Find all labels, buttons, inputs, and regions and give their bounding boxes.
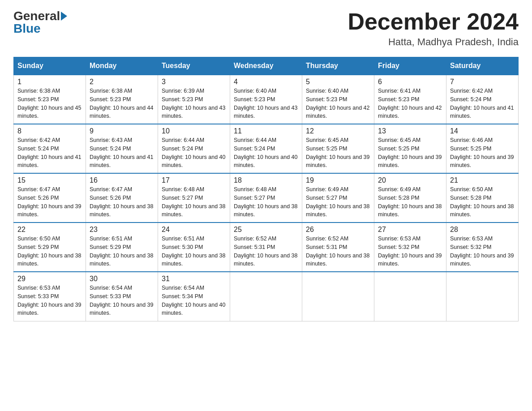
day-header-tuesday: Tuesday [158, 57, 230, 75]
day-number: 4 [234, 78, 298, 86]
title-area: December 2024 Hatta, Madhya Pradesh, Ind… [348, 9, 519, 48]
calendar-cell: 8 Sunrise: 6:42 AMSunset: 5:24 PMDayligh… [14, 124, 86, 173]
day-number: 1 [17, 78, 82, 86]
day-number: 18 [234, 176, 298, 184]
calendar-cell: 10 Sunrise: 6:44 AMSunset: 5:24 PMDaylig… [158, 124, 230, 173]
calendar-cell: 12 Sunrise: 6:45 AMSunset: 5:25 PMDaylig… [302, 124, 374, 173]
day-header-thursday: Thursday [302, 57, 374, 75]
page-header: General Blue December 2024 Hatta, Madhya… [13, 9, 519, 48]
calendar-cell: 24 Sunrise: 6:51 AMSunset: 5:30 PMDaylig… [158, 223, 230, 272]
day-info: Sunrise: 6:44 AMSunset: 5:24 PMDaylight:… [234, 137, 297, 168]
day-info: Sunrise: 6:49 AMSunset: 5:27 PMDaylight:… [306, 186, 369, 218]
day-number: 23 [90, 226, 154, 234]
logo-arrow-icon [61, 12, 67, 21]
day-info: Sunrise: 6:48 AMSunset: 5:27 PMDaylight:… [234, 186, 297, 218]
day-number: 2 [90, 78, 154, 86]
calendar-cell: 5 Sunrise: 6:40 AMSunset: 5:23 PMDayligh… [302, 75, 374, 124]
calendar-week-5: 29 Sunrise: 6:53 AMSunset: 5:33 PMDaylig… [14, 272, 519, 321]
day-info: Sunrise: 6:49 AMSunset: 5:28 PMDaylight:… [378, 186, 442, 218]
day-info: Sunrise: 6:41 AMSunset: 5:23 PMDaylight:… [378, 88, 442, 119]
day-info: Sunrise: 6:50 AMSunset: 5:29 PMDaylight:… [17, 235, 81, 267]
day-header-friday: Friday [374, 57, 446, 75]
day-info: Sunrise: 6:47 AMSunset: 5:26 PMDaylight:… [17, 186, 81, 218]
calendar-cell: 1 Sunrise: 6:38 AMSunset: 5:23 PMDayligh… [14, 75, 86, 124]
day-info: Sunrise: 6:51 AMSunset: 5:29 PMDaylight:… [90, 235, 153, 267]
day-info: Sunrise: 6:47 AMSunset: 5:26 PMDaylight:… [90, 186, 153, 218]
day-number: 20 [378, 176, 442, 184]
calendar-cell: 31 Sunrise: 6:54 AMSunset: 5:34 PMDaylig… [158, 272, 230, 321]
calendar-cell [374, 272, 446, 321]
calendar-cell: 29 Sunrise: 6:53 AMSunset: 5:33 PMDaylig… [14, 272, 86, 321]
calendar-cell: 11 Sunrise: 6:44 AMSunset: 5:24 PMDaylig… [230, 124, 302, 173]
calendar-cell: 2 Sunrise: 6:38 AMSunset: 5:23 PMDayligh… [86, 75, 158, 124]
calendar-cell: 3 Sunrise: 6:39 AMSunset: 5:23 PMDayligh… [158, 75, 230, 124]
calendar-cell: 7 Sunrise: 6:42 AMSunset: 5:24 PMDayligh… [446, 75, 519, 124]
calendar-cell: 25 Sunrise: 6:52 AMSunset: 5:31 PMDaylig… [230, 223, 302, 272]
day-number: 13 [378, 127, 442, 135]
day-number: 5 [306, 78, 370, 86]
day-info: Sunrise: 6:42 AMSunset: 5:24 PMDaylight:… [17, 137, 81, 168]
day-number: 7 [450, 78, 515, 86]
day-info: Sunrise: 6:52 AMSunset: 5:31 PMDaylight:… [306, 235, 369, 267]
calendar-cell: 15 Sunrise: 6:47 AMSunset: 5:26 PMDaylig… [14, 173, 86, 223]
day-info: Sunrise: 6:52 AMSunset: 5:31 PMDaylight:… [234, 235, 297, 267]
day-info: Sunrise: 6:54 AMSunset: 5:33 PMDaylight:… [90, 285, 153, 316]
day-number: 8 [17, 127, 82, 135]
calendar-cell: 14 Sunrise: 6:46 AMSunset: 5:25 PMDaylig… [446, 124, 519, 173]
day-number: 11 [234, 127, 298, 135]
day-info: Sunrise: 6:40 AMSunset: 5:23 PMDaylight:… [306, 88, 369, 119]
day-number: 26 [306, 226, 370, 234]
day-number: 12 [306, 127, 370, 135]
calendar-cell: 4 Sunrise: 6:40 AMSunset: 5:23 PMDayligh… [230, 75, 302, 124]
day-number: 16 [90, 176, 154, 184]
day-info: Sunrise: 6:42 AMSunset: 5:24 PMDaylight:… [450, 88, 514, 119]
calendar-cell [446, 272, 519, 321]
day-header-monday: Monday [86, 57, 158, 75]
calendar-cell: 23 Sunrise: 6:51 AMSunset: 5:29 PMDaylig… [86, 223, 158, 272]
calendar-cell: 26 Sunrise: 6:52 AMSunset: 5:31 PMDaylig… [302, 223, 374, 272]
day-info: Sunrise: 6:45 AMSunset: 5:25 PMDaylight:… [306, 137, 369, 168]
day-info: Sunrise: 6:45 AMSunset: 5:25 PMDaylight:… [378, 137, 442, 168]
calendar-cell: 22 Sunrise: 6:50 AMSunset: 5:29 PMDaylig… [14, 223, 86, 272]
calendar-cell: 19 Sunrise: 6:49 AMSunset: 5:27 PMDaylig… [302, 173, 374, 223]
day-number: 29 [17, 275, 82, 283]
day-info: Sunrise: 6:38 AMSunset: 5:23 PMDaylight:… [90, 88, 153, 119]
logo-blue-text: Blue [13, 21, 41, 36]
day-info: Sunrise: 6:53 AMSunset: 5:32 PMDaylight:… [378, 235, 442, 267]
day-number: 15 [17, 176, 82, 184]
calendar-cell: 28 Sunrise: 6:53 AMSunset: 5:32 PMDaylig… [446, 223, 519, 272]
day-number: 28 [450, 226, 515, 234]
day-info: Sunrise: 6:38 AMSunset: 5:23 PMDaylight:… [17, 88, 81, 119]
logo: General Blue [13, 9, 68, 36]
day-info: Sunrise: 6:43 AMSunset: 5:24 PMDaylight:… [90, 137, 153, 168]
calendar-table: SundayMondayTuesdayWednesdayThursdayFrid… [13, 57, 519, 321]
day-header-wednesday: Wednesday [230, 57, 302, 75]
day-number: 21 [450, 176, 515, 184]
day-info: Sunrise: 6:48 AMSunset: 5:27 PMDaylight:… [162, 186, 225, 218]
calendar-week-2: 8 Sunrise: 6:42 AMSunset: 5:24 PMDayligh… [14, 124, 519, 173]
day-number: 6 [378, 78, 442, 86]
calendar-header-row: SundayMondayTuesdayWednesdayThursdayFrid… [14, 57, 519, 75]
day-number: 3 [162, 78, 226, 86]
calendar-cell: 21 Sunrise: 6:50 AMSunset: 5:28 PMDaylig… [446, 173, 519, 223]
calendar-cell: 17 Sunrise: 6:48 AMSunset: 5:27 PMDaylig… [158, 173, 230, 223]
day-info: Sunrise: 6:39 AMSunset: 5:23 PMDaylight:… [162, 88, 225, 119]
calendar-cell: 6 Sunrise: 6:41 AMSunset: 5:23 PMDayligh… [374, 75, 446, 124]
calendar-week-3: 15 Sunrise: 6:47 AMSunset: 5:26 PMDaylig… [14, 173, 519, 223]
calendar-cell: 13 Sunrise: 6:45 AMSunset: 5:25 PMDaylig… [374, 124, 446, 173]
day-info: Sunrise: 6:44 AMSunset: 5:24 PMDaylight:… [162, 137, 225, 168]
day-info: Sunrise: 6:53 AMSunset: 5:33 PMDaylight:… [17, 285, 81, 316]
calendar-cell [230, 272, 302, 321]
calendar-cell: 20 Sunrise: 6:49 AMSunset: 5:28 PMDaylig… [374, 173, 446, 223]
day-info: Sunrise: 6:40 AMSunset: 5:23 PMDaylight:… [234, 88, 297, 119]
month-title: December 2024 [348, 9, 519, 34]
day-number: 27 [378, 226, 442, 234]
calendar-cell [302, 272, 374, 321]
calendar-cell: 30 Sunrise: 6:54 AMSunset: 5:33 PMDaylig… [86, 272, 158, 321]
day-number: 24 [162, 226, 226, 234]
calendar-cell: 18 Sunrise: 6:48 AMSunset: 5:27 PMDaylig… [230, 173, 302, 223]
day-header-sunday: Sunday [14, 57, 86, 75]
day-number: 25 [234, 226, 298, 234]
day-info: Sunrise: 6:54 AMSunset: 5:34 PMDaylight:… [162, 285, 225, 316]
day-info: Sunrise: 6:50 AMSunset: 5:28 PMDaylight:… [450, 186, 514, 218]
